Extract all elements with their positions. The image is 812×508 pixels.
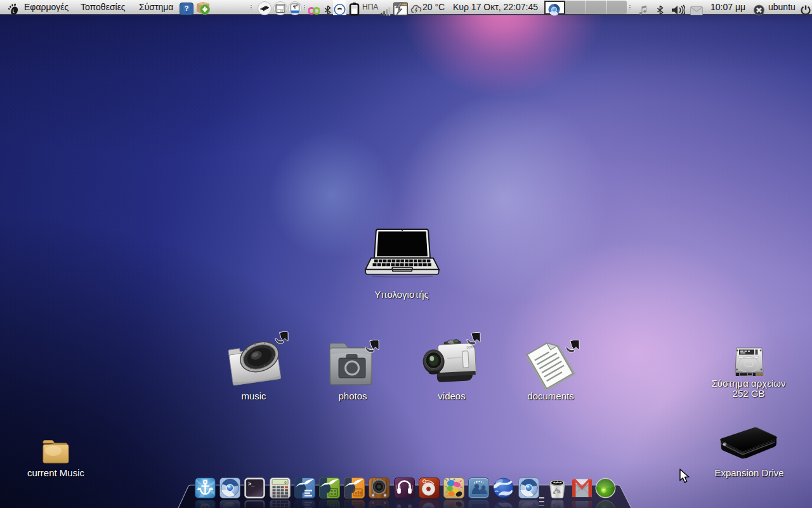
svg-text:SONY: SONY bbox=[466, 345, 476, 349]
svg-text:?: ? bbox=[185, 4, 189, 12]
